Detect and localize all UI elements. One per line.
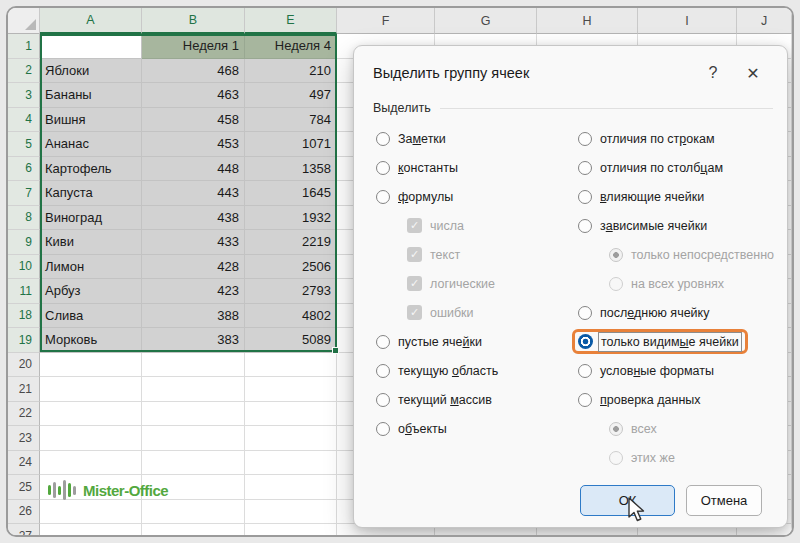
row-header-7[interactable]: 7 [8, 181, 40, 206]
option-отличия-по-столбцам[interactable]: отличия по столбцам [575, 153, 787, 182]
cell-E3[interactable]: 497 [245, 83, 337, 108]
row-header-11[interactable]: 11 [8, 279, 40, 304]
cell-E18[interactable]: 4802 [245, 304, 337, 329]
cell-A18[interactable]: Слива [40, 304, 142, 329]
cell-B2[interactable]: 468 [142, 59, 245, 84]
row-header-20[interactable]: 20 [8, 353, 40, 378]
cell-B7[interactable]: 443 [142, 181, 245, 206]
ok-button[interactable]: ОК [580, 485, 675, 516]
cell-B6[interactable]: 448 [142, 157, 245, 182]
radio-unselected-icon[interactable] [376, 364, 390, 378]
col-header-H[interactable]: H [537, 8, 638, 34]
cell-E20[interactable] [245, 353, 337, 378]
select-all-corner[interactable] [8, 8, 40, 34]
cell-B11[interactable]: 423 [142, 279, 245, 304]
cell-A3[interactable]: Бананы [40, 83, 142, 108]
radio-selected-icon[interactable] [578, 334, 593, 349]
row-header-21[interactable]: 21 [8, 377, 40, 402]
cell-B21[interactable] [142, 377, 245, 402]
cell-E26[interactable] [245, 500, 337, 525]
cell-B5[interactable]: 453 [142, 132, 245, 157]
row-header-8[interactable]: 8 [8, 206, 40, 231]
radio-unselected-icon[interactable] [376, 393, 390, 407]
col-header-F[interactable]: F [337, 8, 435, 34]
option-отличия-по-строкам[interactable]: отличия по строкам [575, 124, 787, 153]
cell-A19[interactable]: Морковь [40, 328, 142, 353]
option-формулы[interactable]: формулы [373, 182, 575, 211]
cell-A23[interactable] [40, 426, 142, 451]
cell-A22[interactable] [40, 402, 142, 427]
row-header-5[interactable]: 5 [8, 132, 40, 157]
cell-A10[interactable]: Лимон [40, 255, 142, 280]
cell-A2[interactable]: Яблоки [40, 59, 142, 84]
cancel-button[interactable]: Отмена [686, 485, 762, 516]
cell-B10[interactable]: 428 [142, 255, 245, 280]
cell-E25[interactable] [245, 475, 337, 500]
cell-E5[interactable]: 1071 [245, 132, 337, 157]
cell-B24[interactable] [142, 451, 245, 476]
option-условные-форматы[interactable]: условные форматы [575, 356, 787, 385]
cell-A7[interactable]: Капуста [40, 181, 142, 206]
option-влияющие-ячейки[interactable]: влияющие ячейки [575, 182, 787, 211]
option-зависимые-ячейки[interactable]: зависимые ячейки [575, 211, 787, 240]
radio-unselected-icon[interactable] [578, 393, 592, 407]
close-button[interactable]: ✕ [733, 61, 773, 85]
row-header-3[interactable]: 3 [8, 83, 40, 108]
cell-A1[interactable] [40, 34, 142, 59]
cell-B9[interactable]: 433 [142, 230, 245, 255]
cell-A4[interactable]: Вишня [40, 108, 142, 133]
option-объекты[interactable]: объекты [373, 414, 575, 443]
row-header-10[interactable]: 10 [8, 255, 40, 280]
col-header-A[interactable]: A [40, 8, 142, 34]
radio-unselected-icon[interactable] [376, 422, 390, 436]
cell-A5[interactable]: Ананас [40, 132, 142, 157]
col-header-G[interactable]: G [435, 8, 537, 34]
cell-A26[interactable] [40, 500, 142, 525]
row-header-4[interactable]: 4 [8, 108, 40, 133]
radio-unselected-icon[interactable] [578, 219, 592, 233]
row-header-2[interactable]: 2 [8, 59, 40, 84]
cell-E2[interactable]: 210 [245, 59, 337, 84]
radio-unselected-icon[interactable] [578, 364, 592, 378]
cell-B3[interactable]: 463 [142, 83, 245, 108]
option-Заметки[interactable]: Заметки [373, 124, 575, 153]
row-header-26[interactable]: 26 [8, 500, 40, 525]
cell-A8[interactable]: Виноград [40, 206, 142, 231]
radio-unselected-icon[interactable] [376, 161, 390, 175]
cell-E23[interactable] [245, 426, 337, 451]
cell-B18[interactable]: 388 [142, 304, 245, 329]
radio-unselected-icon[interactable] [578, 190, 592, 204]
row-header-24[interactable]: 24 [8, 451, 40, 476]
cell-B4[interactable]: 458 [142, 108, 245, 133]
row-header-1[interactable]: 1 [8, 34, 40, 59]
cell-E9[interactable]: 2219 [245, 230, 337, 255]
row-header-27[interactable]: 27 [8, 524, 40, 537]
cell-B20[interactable] [142, 353, 245, 378]
cell-E27[interactable] [245, 524, 337, 537]
cell-B26[interactable] [142, 500, 245, 525]
cell-B22[interactable] [142, 402, 245, 427]
cell-E8[interactable]: 1932 [245, 206, 337, 231]
option-пустые-ячейки[interactable]: пустые ячейки [373, 327, 575, 356]
cell-E19[interactable]: 5089 [245, 328, 337, 353]
cell-B1[interactable]: Неделя 1 [142, 34, 245, 59]
cell-B8[interactable]: 438 [142, 206, 245, 231]
row-header-6[interactable]: 6 [8, 157, 40, 182]
cell-A6[interactable]: Картофель [40, 157, 142, 182]
row-header-22[interactable]: 22 [8, 402, 40, 427]
cell-E6[interactable]: 1358 [245, 157, 337, 182]
row-header-18[interactable]: 18 [8, 304, 40, 329]
row-header-23[interactable]: 23 [8, 426, 40, 451]
cell-A27[interactable] [40, 524, 142, 537]
cell-E4[interactable]: 784 [245, 108, 337, 133]
cell-E7[interactable]: 1645 [245, 181, 337, 206]
cell-E21[interactable] [245, 377, 337, 402]
radio-unselected-icon[interactable] [578, 132, 592, 146]
radio-unselected-icon[interactable] [578, 306, 592, 320]
cell-A9[interactable]: Киви [40, 230, 142, 255]
option-проверка-данных[interactable]: проверка данных [575, 385, 787, 414]
row-header-9[interactable]: 9 [8, 230, 40, 255]
cell-E11[interactable]: 2793 [245, 279, 337, 304]
col-header-I[interactable]: I [638, 8, 737, 34]
col-header-E[interactable]: E [245, 8, 337, 34]
